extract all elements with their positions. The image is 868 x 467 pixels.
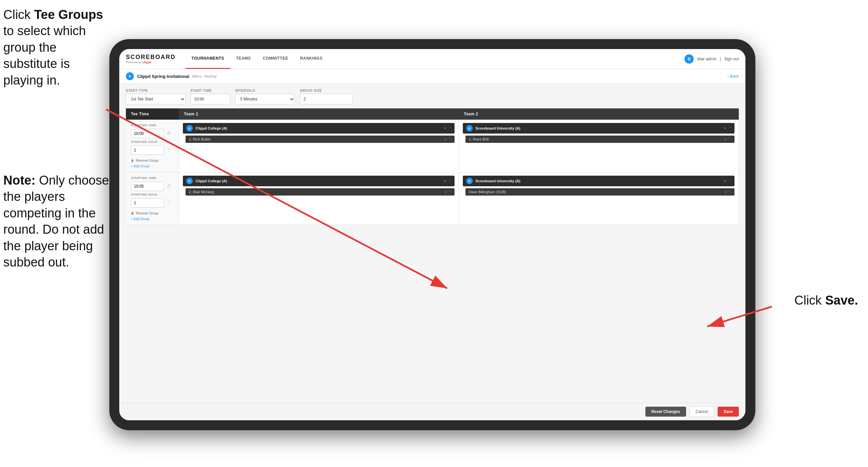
reset-changes-button[interactable]: Reset Changes [645, 407, 686, 417]
clock-icon-1: ⏱ [167, 131, 171, 136]
save-button[interactable]: Save [718, 407, 739, 417]
team2-controls-2: ✕ ⌃ [723, 179, 731, 183]
intervals-group: Intervals 5 Minutes [235, 89, 295, 105]
chevron-icon-1: ⌃ [168, 148, 171, 152]
player1-controls-2: ✕ ⌃ [444, 190, 451, 194]
instruction-line2: to select which group the substitute is … [3, 24, 86, 87]
main-content: Start Type 1st Tee Start Start Time Inte… [119, 84, 745, 403]
chevron-up-icon[interactable]: ⌃ [448, 126, 451, 130]
sub-header-avatar: B [126, 72, 134, 80]
remove-group-button-2[interactable]: 🗑 Remove Group [131, 211, 174, 215]
logo-scoreboard: SCOREBOARD [126, 54, 176, 61]
group-size-label: Group Size [300, 89, 353, 92]
click-save-bold: Save. [825, 293, 858, 307]
player1-controls-1: ✕ ⌃ [444, 138, 451, 141]
click-save-label: Click Save. [795, 293, 858, 308]
team2-name-1: Scoreboard University (A) [475, 126, 721, 130]
tee-time-cell-2: STARTING TIME: ⏱ STARTING HOLE: ⌃ 🗑 [126, 172, 179, 225]
nav-link-rankings[interactable]: RANKINGS [294, 49, 329, 69]
close-icon[interactable]: ✕ [723, 179, 726, 183]
trash-icon-2: 🗑 [131, 211, 134, 215]
logo-brand: clippd [143, 61, 151, 64]
tee-table: Tee Time Team 1 Team 2 STARTING TIME: ⏱ … [126, 108, 739, 225]
team1-avatar-1: B [186, 125, 193, 132]
team2-row-2[interactable]: B Scoreboard University (A) ✕ ⌃ [463, 176, 735, 186]
starting-time-label-1: STARTING TIME: [131, 124, 174, 127]
col-team1: Team 1 [179, 108, 459, 120]
time-input-wrap-2: ⏱ [131, 182, 174, 191]
close-icon[interactable]: ✕ [444, 126, 446, 130]
chevron-up-icon[interactable]: ⌃ [728, 179, 731, 183]
top-nav: SCOREBOARD Powered by clippd TOURNAMENTS… [119, 49, 745, 69]
player1-row-2[interactable]: 2. Blair McHarg ✕ ⌃ [186, 188, 455, 196]
logo-text: SCOREBOARD [126, 54, 176, 60]
chevron-up-icon[interactable]: ⌃ [728, 138, 731, 141]
team1-cell-1: B Clippd College (A) ✕ ⌃ 1. Rich Butler [179, 120, 459, 172]
back-button[interactable]: ‹ Back [727, 74, 739, 79]
col-team2: Team 2 [459, 108, 739, 120]
team2-row-1[interactable]: B Scoreboard University (A) ✕ ⌃ [463, 123, 735, 134]
close-icon[interactable]: ✕ [724, 138, 727, 141]
hole-input-2[interactable] [131, 198, 164, 207]
close-icon[interactable]: ✕ [444, 190, 447, 194]
note-body: Only choose the players competing in the… [3, 173, 109, 269]
start-time-group: Start Time [190, 89, 230, 105]
hole-input-wrap-2: ⌃ [131, 198, 174, 207]
nav-link-committee[interactable]: COMMITTEE [257, 49, 294, 69]
chevron-up-icon[interactable]: ⌃ [448, 138, 451, 141]
player1-row-1[interactable]: 1. Rich Butler ✕ ⌃ [186, 136, 455, 143]
chevron-up-icon[interactable]: ⌃ [448, 179, 451, 183]
nav-user: B blair admin | Sign out [684, 54, 739, 64]
start-type-select[interactable]: 1st Tee Start [126, 94, 186, 105]
player1-name-2: 2. Blair McHarg [189, 190, 442, 194]
start-time-input[interactable] [190, 94, 230, 105]
start-type-group: Start Type 1st Tee Start [126, 89, 186, 105]
chevron-icon-2: ⌃ [168, 201, 171, 205]
team2-cell-2: B Scoreboard University (A) ✕ ⌃ Dave Bil… [459, 172, 739, 225]
add-group-button-1[interactable]: + Add Group [131, 165, 174, 168]
intervals-select[interactable]: 5 Minutes [235, 94, 295, 105]
player2-row-1[interactable]: 1. Rees Britt ✕ ⌃ [465, 136, 735, 143]
tablet-screen: SCOREBOARD Powered by clippd TOURNAMENTS… [119, 49, 745, 420]
team1-row-1[interactable]: B Clippd College (A) ✕ ⌃ [183, 123, 455, 134]
nav-username: blair admin [697, 57, 717, 61]
nav-link-teams[interactable]: TEAMS [230, 49, 257, 69]
starting-hole-label-1: STARTING HOLE: [131, 140, 174, 144]
remove-group-button-1[interactable]: 🗑 Remove Group [131, 159, 174, 163]
col-tee-time: Tee Time [126, 108, 179, 120]
player2-controls-2: ✕ ⌃ [724, 190, 731, 194]
start-settings-row: Start Type 1st Tee Start Start Time Inte… [126, 89, 739, 105]
chevron-up-icon[interactable]: ⌃ [728, 126, 731, 130]
player2-controls-1: ✕ ⌃ [724, 138, 731, 141]
logo-area: SCOREBOARD Powered by clippd [126, 54, 176, 64]
close-icon[interactable]: ✕ [444, 179, 446, 183]
hole-input-1[interactable] [131, 146, 164, 155]
nav-link-tournaments[interactable]: TOURNAMENTS [186, 49, 230, 69]
cancel-button[interactable]: Cancel [689, 406, 714, 417]
team1-row-2[interactable]: B Clippd College (A) ✕ ⌃ [183, 176, 455, 186]
close-icon[interactable]: ✕ [723, 126, 726, 130]
team1-controls-2: ✕ ⌃ [444, 179, 451, 183]
note-prefix: Note: [3, 173, 39, 187]
instruction-line1: Click [3, 8, 34, 22]
click-save-prefix: Click [795, 293, 825, 307]
add-group-button-2[interactable]: + Add Group [131, 217, 174, 221]
time-input-2[interactable] [131, 182, 164, 191]
sign-out-link[interactable]: Sign out [724, 57, 739, 61]
group-size-input[interactable] [300, 94, 353, 105]
sub-header-title: Clippd Spring Invitational [137, 74, 189, 79]
instruction-bold: Tee Groups [34, 8, 103, 22]
start-type-label: Start Type [126, 89, 186, 92]
bottom-bar: Reset Changes Cancel Save [119, 403, 745, 420]
chevron-up-icon[interactable]: ⌃ [448, 190, 451, 194]
close-icon[interactable]: ✕ [724, 190, 727, 194]
avatar: B [684, 54, 694, 64]
chevron-up-icon[interactable]: ⌃ [728, 190, 731, 194]
close-icon[interactable]: ✕ [444, 138, 447, 141]
time-input-1[interactable] [131, 129, 164, 138]
player1-name-1: 1. Rich Butler [189, 137, 442, 141]
player2-row-2[interactable]: Dave Billingham (SUB) ✕ ⌃ [465, 188, 735, 196]
sub-header: B Clippd Spring Invitational (Men) Hosti… [119, 69, 745, 84]
trash-icon-1: 🗑 [131, 159, 134, 163]
tee-table-header: Tee Time Team 1 Team 2 [126, 108, 739, 120]
